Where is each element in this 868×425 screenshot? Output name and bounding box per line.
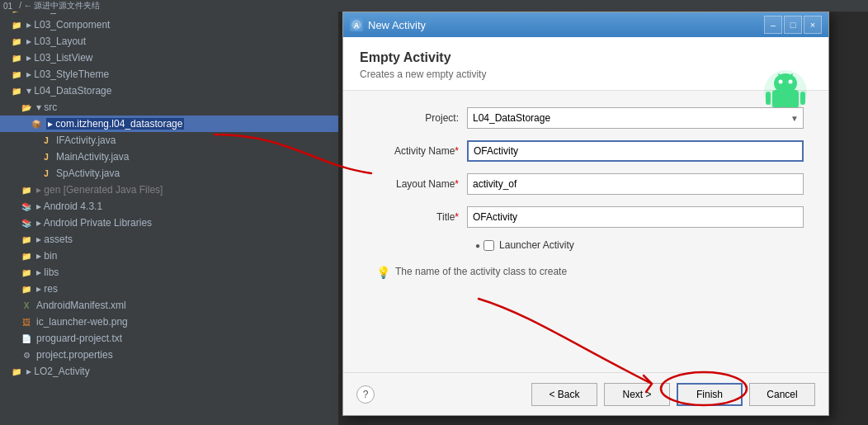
dialog-titlebar: A New Activity – □ ×	[343, 12, 828, 37]
tree-item-label-5: ▾ L04_DataStorage	[26, 85, 111, 97]
dialog-title: New Activity	[368, 19, 762, 31]
project-select-wrap: L04_DataStorage ▼	[467, 107, 804, 129]
tree-item-icon-21: ⚙	[20, 348, 33, 361]
project-row: Project: L04_DataStorage ▼	[368, 107, 804, 129]
tree-item-label-11: ▸ gen [Generated Java Files]	[36, 184, 163, 196]
tree-item-icon-10: J	[40, 167, 53, 180]
tree-item-icon-6: 📂	[20, 101, 33, 114]
help-button[interactable]: ?	[356, 385, 375, 404]
close-button[interactable]: ×	[804, 16, 822, 34]
tree-item-13[interactable]: 📚▸ Android Private Libraries	[0, 215, 338, 231]
tree-item-19[interactable]: 🖼ic_launcher-web.png	[0, 314, 338, 330]
layout-name-input[interactable]	[467, 173, 804, 195]
tree-item-label-13: ▸ Android Private Libraries	[36, 217, 152, 229]
tree-item-14[interactable]: 📁▸ assets	[0, 231, 338, 248]
launcher-checkbox-row: ● Launcher Activity	[368, 239, 804, 251]
tree-item-label-3: ▸ L03_ListView	[26, 52, 93, 64]
tree-item-icon-16: 📁	[20, 266, 33, 279]
tree-item-12[interactable]: 📚▸ Android 4.3.1	[0, 198, 338, 215]
tree-item-7[interactable]: 📦▸ com.itzheng.l04_datastorage	[0, 116, 338, 132]
tree-item-label-12: ▸ Android 4.3.1	[36, 201, 102, 212]
tree-item-icon-20: 📄	[20, 332, 33, 345]
launcher-activity-checkbox[interactable]	[484, 240, 494, 251]
tree-item-icon-18: X	[20, 299, 33, 312]
dialog-header-title: Empty Activity	[360, 50, 812, 65]
footer-buttons: < Back Next > Finish Cancel	[531, 383, 815, 406]
layout-name-label: Layout Name*	[368, 178, 467, 190]
layout-name-row: Layout Name*	[368, 173, 804, 195]
svg-text:A: A	[354, 21, 360, 30]
tree-item-label-6: ▾ src	[36, 102, 57, 113]
tree-item-icon-13: 📚	[20, 216, 33, 229]
tree-item-label-8: IFActivity.java	[56, 135, 116, 146]
tree-item-icon-7: 📦	[30, 117, 43, 130]
launcher-hint-dot: ●	[475, 241, 480, 250]
new-activity-dialog: A New Activity – □ × Empty Activity Crea…	[342, 12, 829, 416]
tree-item-icon-15: 📁	[20, 249, 33, 262]
maximize-button[interactable]: □	[784, 16, 802, 34]
next-button[interactable]: Next >	[604, 383, 670, 406]
tree-item-label-7: ▸ com.itzheng.l04_datastorage	[46, 118, 184, 130]
tree-item-icon-19: 🖼	[20, 315, 33, 328]
tree-item-15[interactable]: 📁▸ bin	[0, 248, 338, 264]
tree-item-icon-1: 📁	[10, 18, 23, 31]
dialog-title-icon: A	[350, 18, 363, 31]
tree-item-8[interactable]: JIFActivity.java	[0, 132, 338, 149]
tree-item-5[interactable]: 📁▾ L04_DataStorage	[0, 83, 338, 99]
tree-item-6[interactable]: 📂▾ src	[0, 99, 338, 116]
cancel-button[interactable]: Cancel	[749, 383, 815, 406]
tree-item-label-18: AndroidManifest.xml	[36, 300, 126, 311]
finish-button[interactable]: Finish	[677, 383, 743, 406]
dialog-header-subtitle: Creates a new empty activity	[360, 68, 812, 80]
activity-name-input[interactable]	[467, 140, 804, 162]
tree-item-16[interactable]: 📁▸ libs	[0, 264, 338, 281]
tree-item-22[interactable]: 📁▸ LO2_Activity	[0, 363, 338, 380]
tree-item-label-21: project.properties	[36, 349, 113, 361]
tree-item-label-2: ▸ L03_Layout	[26, 35, 86, 47]
title-label: Title*	[368, 211, 467, 223]
project-select[interactable]: L04_DataStorage	[467, 107, 804, 129]
tree-item-17[interactable]: 📁▸ res	[0, 281, 338, 297]
title-row: Title*	[368, 206, 804, 228]
tree-item-label-20: proguard-project.txt	[36, 333, 122, 344]
title-input[interactable]	[467, 206, 804, 228]
tree-item-icon-3: 📁	[10, 51, 23, 64]
tree-item-4[interactable]: 📁▸ L03_StyleTheme	[0, 66, 338, 83]
tree-item-icon-22: 📁	[10, 365, 23, 378]
hint-text: The name of the activity class to create	[395, 266, 567, 277]
footer-left: ?	[356, 385, 375, 404]
tree-item-11[interactable]: 📁▸ gen [Generated Java Files]	[0, 182, 338, 198]
hint-icon: 💡	[376, 266, 390, 279]
tree-item-label-16: ▸ libs	[36, 267, 59, 278]
svg-point-5	[779, 80, 783, 84]
tree-item-icon-2: 📁	[10, 35, 23, 48]
minimize-button[interactable]: –	[764, 16, 782, 34]
tree-item-icon-12: 📚	[20, 200, 33, 213]
ide-top-bar: 01 / ← 源进中源文件夹结	[0, 0, 868, 12]
top-bar-left: 01	[3, 2, 12, 11]
tree-item-21[interactable]: ⚙project.properties	[0, 347, 338, 363]
back-button[interactable]: < Back	[531, 383, 597, 406]
dialog-header: Empty Activity Creates a new empty activ…	[343, 37, 828, 91]
tree-item-label-4: ▸ L03_StyleTheme	[26, 68, 109, 80]
tree-item-label-10: SpActivity.java	[56, 168, 120, 179]
svg-point-6	[789, 80, 793, 84]
tree-item-label-17: ▸ res	[36, 283, 58, 295]
tree-item-2[interactable]: 📁▸ L03_Layout	[0, 33, 338, 50]
file-tree-panel: 📁▸ L02_Life📁▸ L03_Compoment📁▸ L03_Layout…	[0, 0, 338, 425]
tree-item-20[interactable]: 📄proguard-project.txt	[0, 330, 338, 347]
launcher-activity-label: Launcher Activity	[499, 239, 574, 251]
tree-item-icon-5: 📁	[10, 84, 23, 97]
tree-item-label-1: ▸ L03_Compoment	[26, 19, 110, 31]
tree-item-18[interactable]: XAndroidManifest.xml	[0, 297, 338, 314]
tree-item-3[interactable]: 📁▸ L03_ListView	[0, 50, 338, 66]
tree-item-9[interactable]: JMainActivity.java	[0, 149, 338, 165]
tree-item-1[interactable]: 📁▸ L03_Compoment	[0, 17, 338, 33]
dialog-body: Empty Activity Creates a new empty activ…	[343, 37, 828, 415]
tree-item-icon-4: 📁	[10, 68, 23, 81]
tree-item-icon-11: 📁	[20, 183, 33, 196]
tree-item-icon-9: J	[40, 150, 53, 163]
tree-item-label-19: ic_launcher-web.png	[36, 316, 128, 328]
activity-name-label: Activity Name*	[368, 145, 467, 157]
tree-item-10[interactable]: JSpActivity.java	[0, 165, 338, 182]
